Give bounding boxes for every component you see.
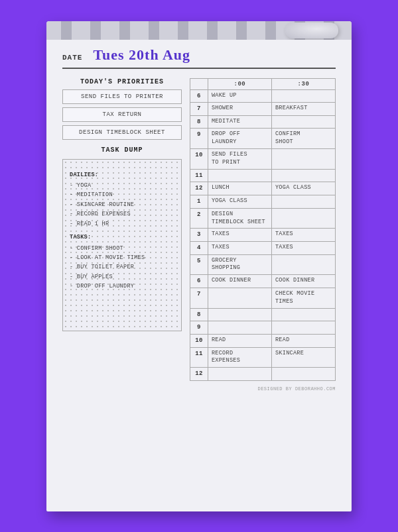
daily-meditation: - MEDITATION — [70, 190, 174, 199]
hour-cell: 6 — [190, 89, 208, 103]
hour-cell: 5 — [190, 254, 208, 275]
hour-cell: 8 — [190, 308, 208, 321]
on-hour-cell: TAXES — [208, 229, 271, 242]
schedule-row: 7CHECK MOVIE TIMES — [190, 288, 336, 308]
hour-cell: 11 — [190, 347, 208, 368]
half-hour-header: :30 — [271, 78, 335, 89]
priority-item-2: TAX RETURN — [62, 107, 182, 122]
half-hour-cell — [271, 308, 335, 321]
schedule-row: 6WAKE UP — [190, 89, 336, 103]
half-hour-cell: CONFIRM SHOOT — [271, 129, 335, 149]
schedule-row: 2DESIGN TIMEBLOCK SHEET — [190, 208, 336, 229]
main-layout: TODAY'S PRIORITIES SEND FILES TO PRINTER… — [62, 78, 336, 392]
task-movie-times: - LOOK AT MOVIE TIMES — [70, 253, 174, 262]
task-apples: - BUY APPLES — [70, 272, 174, 282]
task-confirm-shoot: - CONFIRM SHOOT — [70, 244, 174, 253]
half-hour-cell — [271, 208, 335, 229]
on-hour-cell: TAXES — [208, 242, 271, 255]
date-row: DATE Tues 20th Aug — [62, 46, 336, 69]
priorities-header: TODAY'S PRIORITIES — [62, 78, 182, 85]
schedule-row: 11RECORD EXPENSESSKINCARE — [190, 347, 336, 368]
task-laundry: - DROP OFF LAUNDRY — [70, 282, 174, 291]
schedule-row: 1YOGA CLASS — [190, 195, 336, 209]
hour-cell: 9 — [190, 321, 208, 335]
dailies-label: DAILIES: — [70, 170, 174, 180]
schedule-row: 5GROCERY SHOPPING — [190, 254, 336, 275]
hour-cell: 6 — [190, 275, 208, 288]
schedule-row: 10READREAD — [190, 334, 336, 347]
on-hour-cell: YOGA CLASS — [208, 195, 271, 209]
daily-expenses: - RECORD EXPENSES — [70, 209, 174, 219]
on-hour-cell: MEDITATE — [208, 115, 271, 129]
on-hour-header: :00 — [208, 78, 271, 89]
date-label: DATE — [62, 54, 82, 62]
task-dump-box: DAILIES: - YOGA - MEDITATION - SKINCARE … — [62, 159, 182, 331]
daily-skincare: - SKINCARE ROUTINE — [70, 200, 174, 209]
on-hour-cell — [208, 169, 271, 182]
hour-cell: 3 — [190, 229, 208, 242]
hour-cell: 12 — [190, 182, 208, 195]
hour-col-header — [190, 78, 208, 89]
hour-cell: 10 — [190, 334, 208, 347]
half-hour-cell — [271, 169, 335, 182]
half-hour-cell — [271, 368, 335, 381]
half-hour-cell: TAXES — [271, 229, 335, 242]
half-hour-cell: SKINCARE — [271, 347, 335, 368]
half-hour-cell: YOGA CLASS — [271, 182, 335, 195]
hour-cell: 2 — [190, 208, 208, 229]
half-hour-cell — [271, 254, 335, 275]
footer-text: DESIGNED BY DEBORAHHO.COM — [190, 386, 336, 392]
schedule-row: 10SEND FILES TO PRINT — [190, 149, 336, 170]
task-toilet-paper: - BUY TOILET PAPER — [70, 262, 174, 272]
on-hour-cell: GROCERY SHOPPING — [208, 254, 271, 275]
half-hour-cell: COOK DINNER — [271, 275, 335, 288]
schedule-header-row: :00 :30 — [190, 78, 336, 89]
on-hour-cell: SHOWER — [208, 103, 271, 116]
half-hour-cell: TAXES — [271, 242, 335, 255]
hour-cell: 10 — [190, 149, 208, 170]
hour-cell: 11 — [190, 169, 208, 182]
schedule-row: 12LUNCHYOGA CLASS — [190, 182, 336, 195]
on-hour-cell: SEND FILES TO PRINT — [208, 149, 271, 170]
date-value: Tues 20th Aug — [93, 46, 190, 64]
hour-cell: 12 — [190, 368, 208, 381]
schedule-row: 8 — [190, 308, 336, 321]
schedule-table: :00 :30 6WAKE UP7SHOWERBREAKFAST8MEDITAT… — [190, 78, 336, 381]
right-column: :00 :30 6WAKE UP7SHOWERBREAKFAST8MEDITAT… — [190, 78, 336, 392]
hour-cell: 8 — [190, 115, 208, 129]
task-dump-header: TASK DUMP — [62, 146, 182, 154]
half-hour-cell: CHECK MOVIE TIMES — [271, 288, 335, 308]
spiral-binding — [46, 21, 352, 40]
schedule-row: 3TAXESTAXES — [190, 229, 336, 242]
half-hour-cell: BREAKFAST — [271, 103, 335, 116]
priority-item-1: SEND FILES TO PRINTER — [62, 89, 182, 104]
schedule-row: 8MEDITATE — [190, 115, 336, 129]
schedule-row: 9DROP OFF LAUNDRYCONFIRM SHOOT — [190, 129, 336, 149]
hour-cell: 7 — [190, 103, 208, 116]
schedule-row: 12 — [190, 368, 336, 381]
on-hour-cell: DROP OFF LAUNDRY — [208, 129, 271, 149]
on-hour-cell: RECORD EXPENSES — [208, 347, 271, 368]
daily-yoga: - YOGA — [70, 181, 174, 190]
half-hour-cell — [271, 195, 335, 209]
on-hour-cell — [208, 368, 271, 381]
hour-cell: 4 — [190, 242, 208, 255]
on-hour-cell: COOK DINNER — [208, 275, 271, 288]
half-hour-cell: READ — [271, 334, 335, 347]
tasks-label: TASKS: — [70, 233, 174, 242]
schedule-row: 9 — [190, 321, 336, 335]
hour-cell: 7 — [190, 288, 208, 308]
priority-item-3: DESIGN TIMEBLOCK SHEET — [62, 125, 182, 140]
on-hour-cell — [208, 308, 271, 321]
on-hour-cell: DESIGN TIMEBLOCK SHEET — [208, 208, 271, 229]
on-hour-cell: LUNCH — [208, 182, 271, 195]
spiral-roll — [285, 23, 338, 38]
on-hour-cell: READ — [208, 334, 271, 347]
on-hour-cell — [208, 288, 271, 308]
on-hour-cell — [208, 321, 271, 335]
page-content: DATE Tues 20th Aug TODAY'S PRIORITIES SE… — [46, 40, 352, 402]
hour-cell: 1 — [190, 195, 208, 209]
on-hour-cell: WAKE UP — [208, 89, 271, 103]
daily-read: - READ 1 HR — [70, 219, 174, 229]
hour-cell: 9 — [190, 129, 208, 149]
